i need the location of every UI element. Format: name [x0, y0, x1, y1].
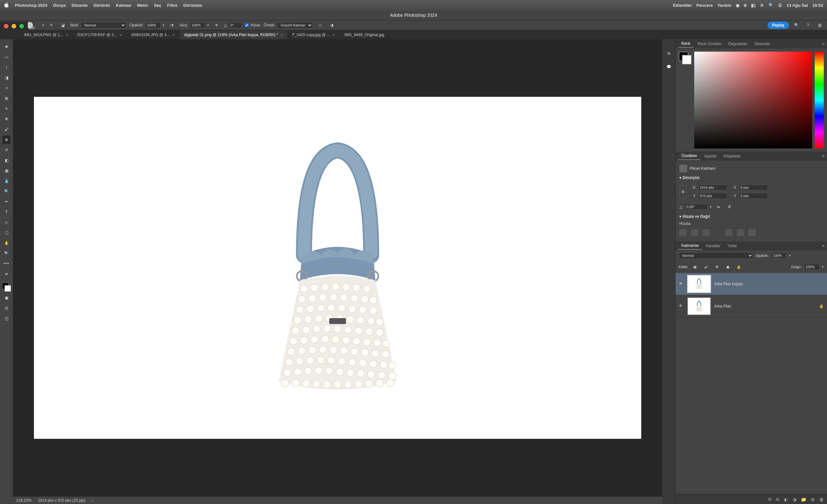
crop-tool[interactable]: ⌗: [2, 84, 11, 92]
object-select-tool[interactable]: ◨: [2, 73, 11, 82]
toggle-icon[interactable]: ⎚: [744, 3, 746, 8]
new-layer-icon[interactable]: ⊞: [811, 497, 815, 502]
path-select-tool[interactable]: ▷: [2, 218, 11, 226]
close-icon[interactable]: ×: [65, 33, 68, 38]
delete-layer-icon[interactable]: 🗑: [819, 497, 824, 502]
frame-tool[interactable]: ⊠: [2, 94, 11, 103]
opacity-input[interactable]: [145, 22, 161, 28]
cloud-icon[interactable]: ◉: [736, 3, 739, 8]
align-center-h-icon[interactable]: [691, 229, 698, 236]
eraser-tool[interactable]: ◧: [2, 156, 11, 165]
bg-color-swatch[interactable]: [682, 55, 692, 64]
clone-stamp-tool[interactable]: ⊕: [2, 135, 11, 144]
workspace-icon[interactable]: ▥: [815, 21, 824, 30]
blur-tool[interactable]: 💧: [2, 177, 11, 185]
tab-gradients[interactable]: Degradeler: [725, 40, 750, 47]
tab-libraries[interactable]: Kitaplıklar: [720, 153, 744, 160]
x-input[interactable]: [739, 184, 768, 190]
document-tab[interactable]: F_0420 copy.jpg @ ...×: [288, 31, 340, 39]
airbrush-icon[interactable]: ✈: [212, 21, 221, 30]
visibility-icon[interactable]: 👁: [679, 281, 684, 286]
hand-tool[interactable]: ✋: [2, 239, 11, 247]
align-top-icon[interactable]: [725, 229, 732, 236]
align-center-v-icon[interactable]: [737, 229, 744, 236]
document-tab-active[interactable]: digipeak 01.png @ 218% (Arka Plan kopya,…: [180, 31, 288, 39]
tab-patterns[interactable]: Desenler: [751, 40, 773, 47]
layer-opacity-input[interactable]: [771, 253, 787, 259]
history-brush-tool[interactable]: ↺: [2, 146, 11, 154]
swap-colors-icon[interactable]: ⇄: [2, 270, 11, 278]
panel-menu-icon[interactable]: ≡: [822, 154, 824, 158]
brush-tool[interactable]: 🖌: [2, 125, 11, 133]
pressure-size-icon[interactable]: ◑: [328, 21, 336, 30]
layer-thumbnail[interactable]: [687, 297, 711, 315]
tab-swatches[interactable]: Renk Örnekle: [694, 40, 724, 47]
layer-group-icon[interactable]: 📁: [801, 497, 806, 502]
lock-position-icon[interactable]: ✥: [713, 263, 721, 271]
fill-input[interactable]: [804, 264, 820, 270]
battery-icon[interactable]: ▮▯: [751, 3, 756, 8]
layer-mask-icon[interactable]: ◐: [784, 497, 788, 502]
lock-all-icon[interactable]: 🔒: [735, 263, 743, 271]
layer-row[interactable]: 👁 Arka Plan kopya: [676, 273, 827, 295]
pen-tool[interactable]: ✒: [2, 198, 11, 206]
align-right-icon[interactable]: [702, 229, 710, 236]
panel-menu-icon[interactable]: ≡: [822, 243, 824, 248]
flow-input[interactable]: [190, 22, 205, 28]
close-icon[interactable]: ×: [119, 33, 122, 38]
screen-mode-tool[interactable]: ⊡: [2, 304, 11, 312]
healing-brush-tool[interactable]: ✜: [2, 115, 11, 123]
brush-settings-icon[interactable]: ✎: [47, 21, 56, 30]
zoom-tool[interactable]: 🔍: [2, 249, 11, 258]
align-bottom-icon[interactable]: [748, 229, 756, 236]
link-icon[interactable]: ⧉: [679, 185, 686, 198]
panel-menu-icon[interactable]: ≡: [822, 42, 824, 46]
y-input[interactable]: [739, 193, 768, 199]
transform-heading[interactable]: ▾Dönüştür: [679, 174, 823, 182]
blend-mode-select[interactable]: Normal: [81, 22, 126, 29]
hue-slider[interactable]: [815, 52, 824, 149]
extra-tool[interactable]: ◫: [2, 314, 11, 323]
move-tool[interactable]: ✥: [2, 43, 11, 51]
link-layers-icon[interactable]: ⧉: [768, 497, 771, 502]
lock-transparent-icon[interactable]: ▦: [691, 263, 699, 271]
type-tool[interactable]: T: [2, 208, 11, 216]
pressure-opacity-icon[interactable]: ◔: [168, 21, 176, 30]
zoom-level[interactable]: 218,15%: [16, 498, 31, 503]
share-button[interactable]: Paylaş: [768, 21, 789, 29]
doc-dimensions[interactable]: 1014 pks x 570 pks (25 ppi): [38, 498, 85, 503]
menu-text[interactable]: Metin: [137, 3, 148, 8]
color-swatches[interactable]: [679, 52, 692, 64]
close-icon[interactable]: ×: [172, 33, 175, 38]
align-heading[interactable]: ▾Hizala ve Dağıt: [679, 212, 823, 221]
layer-row[interactable]: 👁 Arka Plan 🔒: [676, 295, 827, 318]
brush-size-control[interactable]: 800 ▾: [27, 22, 44, 29]
app-name[interactable]: Photoshop 2024: [15, 3, 47, 8]
menubar-date[interactable]: 13 Ağu Sal: [787, 3, 808, 8]
menu-filter[interactable]: Filtre: [167, 3, 177, 8]
document-tab[interactable]: 0N8A3194.JPG @ 3...×: [127, 31, 180, 39]
tab-color[interactable]: Renk: [678, 40, 693, 48]
lock-pixels-icon[interactable]: 🖌: [702, 263, 710, 271]
background-swatch[interactable]: [4, 285, 11, 292]
tab-adjustments[interactable]: Ayarlar: [701, 153, 720, 160]
quick-mask-tool[interactable]: ▣: [2, 294, 11, 302]
menu-image[interactable]: Görüntü: [93, 3, 110, 8]
menu-layer[interactable]: Katman: [116, 3, 132, 8]
menu-window[interactable]: Pencere: [696, 3, 713, 8]
sample-select[interactable]: Geçerli Katman: [277, 22, 313, 29]
spotlight-icon[interactable]: 🔍: [769, 3, 774, 8]
maximize-window-button[interactable]: [19, 24, 24, 29]
layer-blend-mode[interactable]: Normal: [679, 252, 753, 259]
angle-input[interactable]: [229, 22, 242, 28]
menu-file[interactable]: Dosya: [53, 3, 65, 8]
gradient-tool[interactable]: ▦: [2, 167, 11, 175]
eyedropper-tool[interactable]: ✎: [2, 105, 11, 113]
close-window-button[interactable]: [4, 24, 8, 29]
rotation-input[interactable]: [685, 204, 708, 210]
lock-artboard-icon[interactable]: ▣: [724, 263, 732, 271]
menubar-time[interactable]: 10:52: [813, 3, 823, 8]
wifi-icon[interactable]: ⚞: [760, 3, 764, 8]
document-tab[interactable]: IMG_9414.PNG @ 1...×: [19, 31, 73, 39]
tab-properties[interactable]: Özellikler: [678, 152, 700, 160]
